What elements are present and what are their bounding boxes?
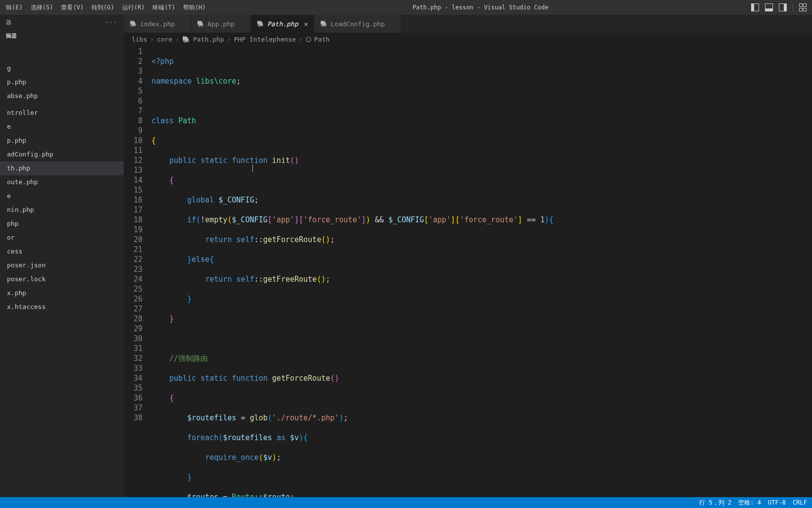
sidebar-section[interactable]: 辑器 bbox=[0, 30, 124, 42]
menu-go[interactable]: 转到(G) bbox=[88, 0, 118, 15]
status-bar: 行 5，列 2 空格: 4 UTF-8 CRLF bbox=[0, 497, 812, 508]
tab-label: App.php bbox=[207, 20, 235, 28]
tab-label: LoadConfig.php bbox=[331, 20, 385, 28]
more-icon[interactable]: ··· bbox=[105, 19, 118, 26]
menu-terminal[interactable]: 终端(T) bbox=[148, 0, 179, 15]
file-tree-item[interactable]: oute.php bbox=[0, 175, 124, 189]
layout-controls bbox=[751, 3, 812, 11]
window-title: Path.php - lesson - Visual Studio Code bbox=[210, 4, 751, 11]
php-icon: 🐘 bbox=[197, 20, 204, 27]
editor-tab[interactable]: 🐘Path.php✕ bbox=[251, 15, 314, 33]
file-tree-item[interactable]: or bbox=[0, 231, 124, 245]
chevron-right-icon: › bbox=[175, 36, 179, 43]
file-tree-item[interactable]: ntroller bbox=[0, 106, 124, 120]
status-encoding[interactable]: UTF-8 bbox=[768, 499, 786, 506]
main-area: 器 ··· 辑器 gp.phpabse.phpntrollerep.phpadC… bbox=[0, 15, 812, 497]
code-editor[interactable]: 1234567891011121314151617181920212223242… bbox=[124, 46, 812, 497]
breadcrumb-item[interactable]: Path bbox=[314, 36, 330, 43]
file-tree-item[interactable]: p.php bbox=[0, 75, 124, 89]
file-tree-item[interactable]: adConfig.php bbox=[0, 148, 124, 161]
php-icon: 🐘 bbox=[257, 20, 264, 27]
php-icon: 🐘 bbox=[320, 20, 328, 27]
breadcrumb[interactable]: libs › core › 🐘 Path.php › PHP Intelephe… bbox=[124, 33, 812, 46]
status-cursor-position[interactable]: 行 5，列 2 bbox=[699, 499, 731, 507]
menu-run[interactable]: 运行(R) bbox=[118, 0, 149, 15]
file-tree-item[interactable]: x.htaccess bbox=[0, 300, 124, 314]
file-tree-item[interactable]: e bbox=[0, 120, 124, 134]
file-tree-item[interactable]: e bbox=[0, 189, 124, 203]
line-numbers: 1234567891011121314151617181920212223242… bbox=[124, 46, 151, 497]
tab-label: Path.php bbox=[267, 20, 298, 28]
toggle-sidebar-icon[interactable] bbox=[751, 3, 759, 11]
menu-bar: 辑(E) 选择(S) 查看(V) 转到(G) 运行(R) 终端(T) 帮助(H) bbox=[0, 0, 210, 15]
menu-select[interactable]: 选择(S) bbox=[27, 0, 57, 15]
titlebar: 辑(E) 选择(S) 查看(V) 转到(G) 运行(R) 终端(T) 帮助(H)… bbox=[0, 0, 812, 15]
symbol-class-icon: ⬡ bbox=[306, 36, 311, 43]
close-icon[interactable]: ✕ bbox=[304, 20, 308, 28]
editor-tab[interactable]: 🐘LoadConfig.php✕ bbox=[314, 15, 401, 33]
code-content[interactable]: <?php namespace libs\core; class Path { … bbox=[151, 46, 812, 497]
breadcrumb-item[interactable]: libs bbox=[132, 36, 147, 43]
sidebar-title: 器 bbox=[6, 19, 11, 26]
tab-label: index.php bbox=[140, 20, 175, 28]
file-tree-item[interactable]: poser.lock bbox=[0, 272, 124, 286]
editor-tab[interactable]: 🐘App.php✕ bbox=[191, 15, 251, 33]
file-tree-item[interactable]: cess bbox=[0, 245, 124, 258]
php-icon: 🐘 bbox=[182, 36, 190, 43]
chevron-right-icon: › bbox=[299, 36, 303, 43]
file-tree: gp.phpabse.phpntrollerep.phpadConfig.php… bbox=[0, 61, 124, 497]
sidebar: 器 ··· 辑器 gp.phpabse.phpntrollerep.phpadC… bbox=[0, 15, 124, 497]
menu-view[interactable]: 查看(V) bbox=[57, 0, 88, 15]
file-tree-item[interactable]: th.php bbox=[0, 161, 124, 175]
status-indentation[interactable]: 空格: 4 bbox=[738, 499, 761, 507]
status-eol[interactable]: CRLF bbox=[793, 499, 807, 506]
menu-edit[interactable]: 辑(E) bbox=[2, 0, 27, 15]
editor-tabs: 🐘index.php✕🐘App.php✕🐘Path.php✕🐘LoadConfi… bbox=[124, 15, 812, 33]
chevron-right-icon: › bbox=[227, 36, 231, 43]
divider bbox=[793, 3, 793, 11]
breadcrumb-item[interactable]: Path.php bbox=[193, 36, 224, 43]
menu-help[interactable]: 帮助(H) bbox=[179, 0, 210, 15]
chevron-right-icon: › bbox=[150, 36, 154, 43]
file-tree-item[interactable]: abse.php bbox=[0, 89, 124, 103]
file-tree-item[interactable]: poser.json bbox=[0, 258, 124, 272]
breadcrumb-item[interactable]: core bbox=[157, 36, 172, 43]
file-tree-item[interactable]: php bbox=[0, 217, 124, 231]
php-icon: 🐘 bbox=[130, 20, 137, 27]
sidebar-header: 器 ··· bbox=[0, 15, 124, 30]
editor-tab[interactable]: 🐘index.php✕ bbox=[124, 15, 191, 33]
file-tree-item[interactable]: g bbox=[0, 61, 124, 75]
breadcrumb-item[interactable]: PHP Intelephense bbox=[234, 36, 296, 43]
file-tree-item[interactable]: p.php bbox=[0, 134, 124, 148]
file-tree-item[interactable]: nin.php bbox=[0, 203, 124, 217]
file-tree-item[interactable]: x.php bbox=[0, 286, 124, 300]
toggle-panel-icon[interactable] bbox=[765, 3, 773, 11]
toggle-secondary-sidebar-icon[interactable] bbox=[779, 3, 787, 11]
editor-area: 🐘index.php✕🐘App.php✕🐘Path.php✕🐘LoadConfi… bbox=[124, 15, 812, 497]
customize-layout-icon[interactable] bbox=[799, 3, 807, 11]
